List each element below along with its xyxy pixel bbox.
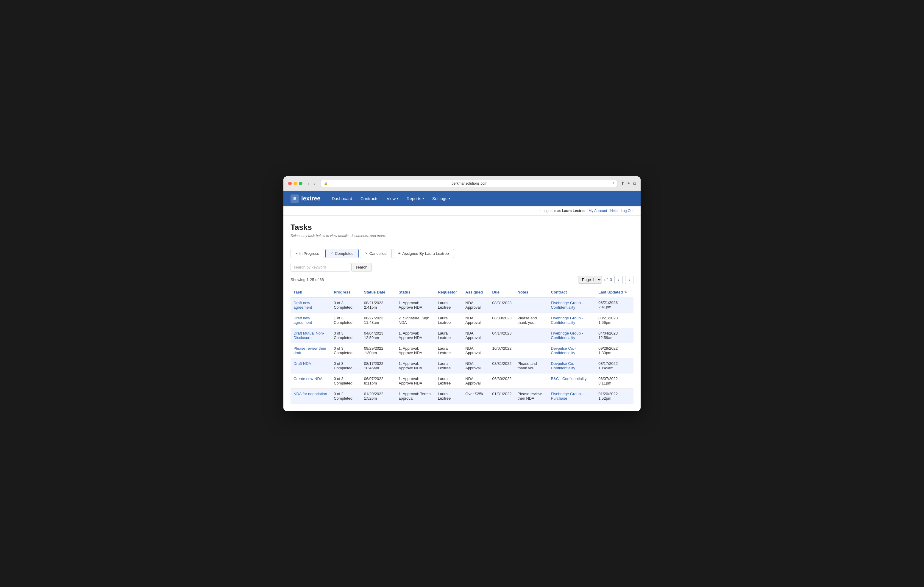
x-icon: ✕: [365, 252, 368, 255]
task-link[interactable]: NDA for negotiation: [294, 391, 327, 396]
maximize-button[interactable]: [299, 182, 302, 185]
tab-cancelled[interactable]: ✕ Cancelled: [360, 249, 392, 258]
table-cell[interactable]: NDA for negotiation: [290, 388, 331, 403]
task-link[interactable]: Draft new agreement: [294, 301, 312, 309]
nav-dashboard-label: Dashboard: [332, 196, 353, 201]
tab-completed[interactable]: ✓ Completed: [325, 249, 359, 258]
showing-text: Showing 1-25 of 68: [290, 278, 324, 282]
contract-link[interactable]: Devpulse Co. - Confidentiality: [551, 346, 577, 355]
contract-link[interactable]: Fivebridge Group - Confidentiality: [551, 331, 583, 340]
table-cell: NDA Approval: [462, 328, 489, 343]
table-cell: Laura Lextree: [435, 388, 463, 403]
col-task: Task: [290, 288, 331, 298]
prev-page-button[interactable]: ‹: [614, 276, 623, 284]
table-cell: 08/21/2023 2:41pm: [596, 298, 634, 313]
table-cell: Laura Lextree: [435, 373, 463, 388]
url-text: berkmansolutions.com: [329, 181, 609, 186]
nav-reports[interactable]: Reports ▾: [403, 191, 428, 206]
table-cell: 09/29/2022 1:30pm: [596, 343, 634, 358]
back-button[interactable]: ‹: [306, 181, 311, 186]
table-cell[interactable]: Draft new agreement: [290, 312, 331, 328]
table-cell: Laura Lextree: [435, 328, 463, 343]
showing-info-bar: Showing 1-25 of 68 Page 1 Page 2 Page 3 …: [290, 276, 634, 284]
contract-link[interactable]: Devpulse Co. - Confidentiality: [551, 361, 577, 370]
minimize-button[interactable]: [294, 182, 297, 185]
tab-in-progress[interactable]: ≡ In Progress: [290, 249, 324, 258]
table-row[interactable]: NDA for negotiation0 of 2 Completed01/20…: [290, 388, 634, 403]
address-bar[interactable]: 🔒 berkmansolutions.com ↺: [321, 180, 617, 187]
task-link[interactable]: Draft NDA: [294, 361, 311, 366]
contract-link[interactable]: Fivebridge Group - Purchase: [551, 391, 583, 401]
table-header: Task Progress Status Date Status Request…: [290, 288, 634, 298]
forward-button[interactable]: ›: [312, 181, 317, 186]
table-row[interactable]: Create new NDA0 of 3 Completed06/07/2022…: [290, 373, 634, 388]
table-cell: NDA Approval: [462, 358, 489, 373]
task-link[interactable]: Draft new agreement: [294, 316, 312, 325]
table-cell[interactable]: Devpulse Co. - Confidentiality: [548, 343, 596, 358]
table-cell: 09/29/2022 1:30pm: [361, 343, 396, 358]
task-link[interactable]: Please review their draft: [294, 346, 326, 355]
table-cell: 1 of 3 Completed: [331, 312, 361, 328]
total-pages: 3: [610, 278, 612, 282]
table-row[interactable]: Please review their draft0 of 3 Complete…: [290, 343, 634, 358]
task-link[interactable]: Draft Mutual Non-Disclosure: [294, 331, 324, 340]
col-progress: Progress: [331, 288, 361, 298]
nav-contracts[interactable]: Contracts: [356, 191, 383, 206]
browser-actions: ⬆ + ⧉: [621, 181, 636, 186]
logo-icon: ⊞: [290, 194, 299, 203]
nav-view[interactable]: View ▾: [383, 191, 403, 206]
table-cell: 06/07/2022 8:11pm: [596, 373, 634, 388]
table-cell: 06/07/2022 8:11pm: [361, 373, 396, 388]
browser-window: ‹ › 🔒 berkmansolutions.com ↺ ⬆ + ⧉ ⊞ lex…: [284, 176, 640, 411]
new-tab-icon[interactable]: +: [627, 181, 630, 186]
col-contract: Contract: [548, 288, 596, 298]
col-assigned: Assigned: [462, 288, 489, 298]
table-row[interactable]: Draft new agreement1 of 3 Completed06/27…: [290, 312, 634, 328]
tabs-bar: ≡ In Progress ✓ Completed ✕ Cancelled ✈ …: [290, 249, 634, 258]
table-cell[interactable]: Fivebridge Group - Confidentiality: [548, 312, 596, 328]
help-link[interactable]: Help: [610, 209, 618, 213]
my-account-link[interactable]: My Account: [589, 209, 607, 213]
next-page-button[interactable]: ›: [625, 276, 634, 284]
table-cell: [515, 343, 548, 358]
logout-link[interactable]: Log Out: [620, 209, 634, 213]
contract-link[interactable]: Fivebridge Group - Confidentiality: [551, 301, 583, 309]
close-button[interactable]: [288, 182, 292, 185]
page-select[interactable]: Page 1 Page 2 Page 3: [578, 276, 602, 284]
share-icon[interactable]: ⬆: [621, 181, 625, 186]
table-row[interactable]: Draft NDA0 of 3 Completed08/17/2022 10:4…: [290, 358, 634, 373]
table-cell[interactable]: Draft NDA: [290, 358, 331, 373]
col-status: Status: [396, 288, 435, 298]
table-cell: Laura Lextree: [435, 358, 463, 373]
table-cell[interactable]: Draft Mutual Non-Disclosure: [290, 328, 331, 343]
search-input[interactable]: [290, 263, 350, 271]
table-cell: 08/17/2022 10:45am: [361, 358, 396, 373]
user-name: Laura Lextree: [562, 209, 586, 213]
table-cell[interactable]: Fivebridge Group - Confidentiality: [548, 298, 596, 313]
search-button[interactable]: search: [351, 263, 372, 271]
table-row[interactable]: Draft Mutual Non-Disclosure0 of 3 Comple…: [290, 328, 634, 343]
table-cell: Over $25k: [462, 388, 489, 403]
table-cell[interactable]: B&C - Confidentiality: [548, 373, 596, 388]
app-nav: ⊞ lextree Dashboard Contracts View ▾ Rep…: [284, 191, 640, 206]
contract-link[interactable]: B&C - Confidentiality: [551, 377, 587, 381]
table-cell[interactable]: Draft new agreement: [290, 298, 331, 313]
table-cell[interactable]: Fivebridge Group - Confidentiality: [548, 328, 596, 343]
table-row[interactable]: Draft new agreement0 of 3 Completed08/21…: [290, 298, 634, 313]
task-link[interactable]: Create new NDA: [294, 377, 323, 381]
nav-dashboard[interactable]: Dashboard: [328, 191, 356, 206]
reload-icon[interactable]: ↺: [611, 181, 614, 185]
table-cell[interactable]: Devpulse Co. - Confidentiality: [548, 358, 596, 373]
contract-link[interactable]: Fivebridge Group - Confidentiality: [551, 316, 583, 325]
table-cell[interactable]: Fivebridge Group - Purchase: [548, 388, 596, 403]
divider: [290, 244, 634, 244]
table-cell[interactable]: Please review their draft: [290, 343, 331, 358]
list-icon: ≡: [295, 252, 297, 255]
nav-settings[interactable]: Settings ▾: [428, 191, 454, 206]
windows-icon[interactable]: ⧉: [633, 181, 636, 186]
tab-assigned[interactable]: ✈ Assigned By Laura Lextree: [393, 249, 454, 258]
table-cell: 0 of 3 Completed: [331, 358, 361, 373]
table-cell: 04/04/2023 12:59am: [596, 328, 634, 343]
table-cell[interactable]: Create new NDA: [290, 373, 331, 388]
table-cell: [515, 373, 548, 388]
